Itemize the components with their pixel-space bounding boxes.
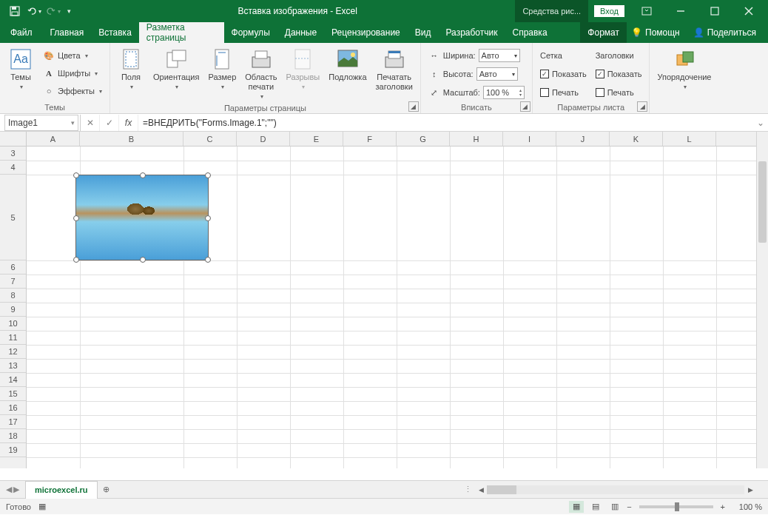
tab-insert[interactable]: Вставка (91, 22, 139, 43)
tab-view[interactable]: Вид (408, 22, 439, 43)
column-header[interactable]: B (80, 132, 183, 146)
zoom-level[interactable]: 100 % (730, 502, 762, 511)
column-header[interactable]: L (663, 132, 716, 146)
row-header[interactable]: 4 (0, 161, 26, 175)
normal-view-button[interactable]: ▦ (569, 501, 584, 513)
ribbon-group-themes: Aa Темы▾ 🎨Цвета▾ AШрифты▾ ○Эффекты▾ Темы (0, 43, 110, 113)
maximize-button[interactable] (698, 0, 731, 22)
themes-button[interactable]: Aa Темы▾ (4, 46, 37, 92)
height-control[interactable]: ↕Высота:Авто▾ (425, 66, 528, 82)
status-bar: Готово ▦ ▦ ▤ ▥ − + 100 % (0, 498, 768, 514)
sheet-tab[interactable]: microexcel.ru (25, 481, 98, 499)
column-header[interactable]: C (183, 132, 237, 146)
column-header[interactable]: K (610, 132, 663, 146)
print-area-button[interactable]: Область печати▾ (242, 46, 280, 102)
tab-home[interactable]: Главная (43, 22, 92, 43)
tab-page-layout[interactable]: Разметка страницы (139, 22, 224, 43)
tab-developer[interactable]: Разработчик (439, 22, 505, 43)
sheet-nav[interactable]: ◀▶ (0, 485, 25, 494)
login-button[interactable]: Вход (594, 5, 624, 17)
background-icon (336, 47, 360, 71)
svg-rect-25 (388, 51, 400, 53)
background-button[interactable]: Подложка (326, 46, 369, 84)
tell-me-button[interactable]: 💡Помощн (627, 27, 684, 38)
gridlines-print-checkbox[interactable]: Печать (537, 84, 590, 101)
column-header[interactable]: F (343, 132, 397, 146)
row-header[interactable]: 14 (0, 373, 26, 387)
cells-area[interactable] (27, 147, 756, 468)
row-header[interactable]: 11 (0, 331, 26, 345)
select-all-corner[interactable] (0, 132, 27, 147)
qat-customize[interactable]: ▾ (64, 2, 74, 20)
effects-button[interactable]: ○Эффекты▾ (40, 83, 105, 99)
tab-review[interactable]: Рецензирование (324, 22, 408, 43)
column-header[interactable]: D (237, 132, 290, 146)
scale-control[interactable]: ⤢Масштаб:100 %▴▾ (425, 84, 528, 101)
gridlines-show-checkbox[interactable]: ✓Показать (537, 66, 590, 82)
column-header[interactable]: G (397, 132, 450, 146)
enter-button[interactable]: ✓ (100, 115, 119, 131)
svg-rect-13 (172, 50, 186, 61)
row-header[interactable]: 10 (0, 317, 26, 331)
cancel-button[interactable]: ✕ (81, 115, 100, 131)
undo-button[interactable]: ▾ (25, 2, 43, 20)
formula-input[interactable]: =ВНЕДРИТЬ("Forms.Image.1";"") (138, 118, 753, 128)
page-break-view-button[interactable]: ▥ (607, 501, 622, 513)
save-button[interactable] (6, 2, 24, 20)
close-button[interactable] (732, 0, 765, 22)
print-titles-button[interactable]: Печатать заголовки (373, 46, 416, 93)
fonts-button[interactable]: AШрифты▾ (40, 65, 105, 81)
tab-data[interactable]: Данные (277, 22, 324, 43)
row-header[interactable]: 7 (0, 275, 26, 289)
zoom-out-button[interactable]: − (627, 502, 631, 511)
orientation-button[interactable]: Ориентация▾ (150, 46, 202, 92)
tab-formulas[interactable]: Формулы (224, 22, 277, 43)
zoom-slider[interactable] (639, 505, 713, 508)
zoom-in-button[interactable]: + (721, 502, 725, 511)
page-layout-view-button[interactable]: ▤ (588, 501, 603, 513)
arrange-button[interactable]: Упорядочение▾ (654, 46, 714, 92)
sheet-options-dialog-launcher[interactable]: ◢ (637, 101, 647, 112)
row-header[interactable]: 15 (0, 387, 26, 401)
row-header[interactable]: 12 (0, 345, 26, 359)
row-header[interactable]: 9 (0, 303, 26, 317)
row-header[interactable]: 19 (0, 443, 26, 457)
row-header[interactable]: 5 (0, 175, 26, 260)
headings-print-checkbox[interactable]: Печать (593, 84, 645, 101)
column-header[interactable]: H (450, 132, 503, 146)
fx-button[interactable]: fx (119, 115, 138, 131)
horizontal-scrollbar[interactable]: ◀ ▶ (475, 485, 756, 494)
row-header[interactable]: 16 (0, 401, 26, 415)
ribbon-options-button[interactable] (630, 0, 663, 22)
margins-button[interactable]: Поля▾ (115, 46, 147, 92)
row-header[interactable]: 3 (0, 147, 26, 161)
tab-format[interactable]: Формат (580, 22, 627, 43)
row-header[interactable]: 8 (0, 289, 26, 303)
row-header[interactable]: 13 (0, 359, 26, 373)
headings-show-checkbox[interactable]: ✓Показать (593, 66, 645, 82)
width-control[interactable]: ↔Ширина:Авто▾ (425, 47, 528, 64)
breaks-button[interactable]: Разрывы▾ (283, 46, 323, 92)
size-button[interactable]: Размер▾ (205, 46, 239, 92)
row-header[interactable]: 18 (0, 429, 26, 443)
minimize-button[interactable] (664, 0, 697, 22)
expand-formula-bar[interactable]: ⌄ (753, 118, 768, 128)
page-setup-dialog-launcher[interactable]: ◢ (408, 101, 419, 112)
embedded-image[interactable] (75, 175, 209, 260)
column-header[interactable]: J (556, 132, 610, 146)
add-sheet-button[interactable]: ⊕ (98, 481, 115, 499)
column-header[interactable]: A (27, 132, 80, 146)
tab-help[interactable]: Справка (505, 22, 554, 43)
name-box[interactable]: Image1▾ (4, 115, 78, 131)
column-header[interactable]: I (503, 132, 556, 146)
share-button[interactable]: 👤Поделиться (689, 27, 761, 38)
redo-button[interactable]: ▾ (44, 2, 62, 20)
row-header[interactable]: 17 (0, 415, 26, 429)
tab-file[interactable]: Файл (0, 22, 43, 43)
colors-button[interactable]: 🎨Цвета▾ (40, 47, 105, 64)
scale-dialog-launcher[interactable]: ◢ (520, 101, 530, 112)
row-header[interactable]: 6 (0, 260, 26, 275)
vertical-scrollbar[interactable] (756, 132, 768, 468)
macro-record-icon[interactable]: ▦ (38, 502, 46, 511)
column-header[interactable]: E (290, 132, 343, 146)
